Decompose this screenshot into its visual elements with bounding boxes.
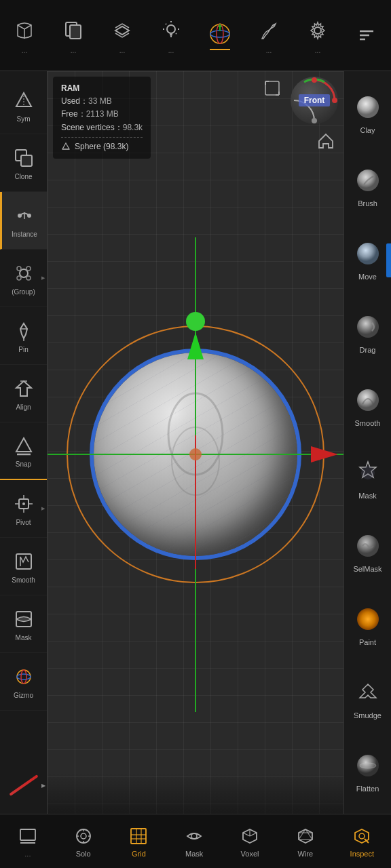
- sidebar-item-pivot[interactable]: Pivot: [0, 480, 48, 538]
- voxel-icon: [239, 825, 261, 847]
- home-button[interactable]: [314, 129, 338, 153]
- paint-icon: [353, 604, 383, 634]
- sidebar-item-clone[interactable]: Clone: [0, 134, 48, 192]
- scene-vertices: Scene vertices：98.3k: [61, 121, 143, 134]
- group-icon: [12, 261, 36, 285]
- pen-line: [9, 774, 38, 796]
- sidebar-item-drag[interactable]: Drag: [344, 296, 392, 370]
- lights-icon: [157, 17, 185, 44]
- bottom-grid-button[interactable]: Grid: [122, 825, 155, 858]
- drag-icon: [353, 312, 383, 342]
- svg-line-16: [273, 25, 274, 26]
- gizmo-right-arrow[interactable]: [311, 446, 338, 462]
- smooth-right-icon: [353, 385, 383, 415]
- sidebar-item-instance[interactable]: Instance: [0, 192, 48, 250]
- resize-handle[interactable]: [262, 78, 282, 98]
- menu-icon: [11, 17, 38, 44]
- svg-point-75: [81, 833, 86, 839]
- toolbar-settings-button[interactable]: ...: [304, 17, 331, 54]
- gizmo-up-arrow[interactable]: [187, 332, 204, 359]
- wire-icon: [295, 825, 316, 847]
- bottom-menu-button[interactable]: ...: [12, 825, 44, 858]
- toolbar-gizmo3d-button[interactable]: [206, 20, 234, 50]
- gizmo-icon: [12, 665, 36, 689]
- svg-point-9: [170, 33, 172, 36]
- svg-point-17: [314, 27, 321, 34]
- sidebar-item-smooth-right[interactable]: Smooth: [344, 370, 392, 443]
- svg-line-7: [166, 24, 166, 24]
- mask-right-icon: [353, 458, 383, 488]
- bottom-wire-button[interactable]: Wire: [289, 825, 322, 858]
- svg-point-67: [312, 77, 317, 83]
- layers-icon: [109, 17, 136, 44]
- svg-rect-62: [265, 81, 279, 95]
- sidebar-item-mask[interactable]: Mask: [0, 595, 48, 653]
- sidebar-item-smooth[interactable]: Smooth: [0, 538, 48, 595]
- sidebar-item-clay[interactable]: Clay: [344, 77, 392, 150]
- svg-point-54: [357, 389, 379, 411]
- sidebar-item-move[interactable]: Move: [344, 223, 392, 296]
- bottom-inspect-button[interactable]: Inspect: [345, 825, 379, 858]
- align-icon: [12, 376, 36, 401]
- sidebar-item-brush[interactable]: Brush: [344, 150, 392, 223]
- bottom-menu-icon: [17, 825, 39, 847]
- toolbar-layers-button[interactable]: ...: [109, 17, 136, 54]
- instance-icon: [12, 203, 37, 228]
- bottom-voxel-button[interactable]: Voxel: [234, 825, 266, 858]
- brush-icon: [353, 165, 383, 195]
- svg-point-93: [359, 833, 365, 839]
- sidebar-item-group[interactable]: (Group): [0, 250, 48, 307]
- toolbar-files-button[interactable]: ...: [60, 17, 87, 54]
- svg-point-48: [17, 674, 31, 679]
- toolbar-menu-button[interactable]: ...: [11, 17, 38, 54]
- pen-arrow: ▶: [41, 782, 45, 788]
- move-active-indicator: [386, 243, 392, 277]
- sidebar-item-pin[interactable]: Pin: [0, 307, 48, 365]
- view-cube[interactable]: Front: [291, 77, 338, 124]
- sidebar-item-sym[interactable]: Sym: [0, 77, 48, 134]
- bottom-mask-button[interactable]: Mask: [178, 825, 210, 858]
- svg-point-57: [357, 608, 379, 630]
- toolbar-brush-button[interactable]: ...: [255, 17, 282, 54]
- clone-icon: [12, 146, 36, 170]
- sidebar-item-selmask[interactable]: SelMask: [344, 515, 392, 589]
- gizmo-top-handle[interactable]: [186, 312, 205, 331]
- sidebar-item-paint[interactable]: Paint: [344, 589, 392, 662]
- gizmo3d-icon: [206, 20, 234, 47]
- svg-point-44: [22, 502, 25, 505]
- eye-icon: [183, 825, 205, 847]
- selmask-icon: [353, 531, 383, 561]
- grid-bottom-icon: [128, 825, 149, 847]
- svg-rect-80: [131, 829, 146, 844]
- pivot-icon: [12, 492, 36, 516]
- mesh-row: Sphere (98.3k): [61, 140, 143, 153]
- inspect-icon: [351, 825, 373, 847]
- ram-label: RAM: [61, 82, 143, 95]
- sidebar-item-gizmo[interactable]: Gizmo: [0, 653, 48, 711]
- svg-line-8: [176, 33, 176, 34]
- sidebar-item-smudge[interactable]: Smudge: [344, 662, 392, 735]
- sidebar-item-mask-right[interactable]: Mask: [344, 443, 392, 516]
- pen-indicator[interactable]: ▶: [0, 756, 48, 814]
- sidebar-item-align[interactable]: Align: [0, 365, 48, 422]
- gizmo-center-handle[interactable]: [189, 448, 202, 460]
- svg-point-29: [17, 267, 21, 271]
- toolbar-extra-button[interactable]: [353, 22, 380, 49]
- right-sidebar: Clay Brush: [343, 71, 391, 814]
- svg-marker-35: [16, 381, 31, 396]
- sphere-scene: [80, 339, 311, 570]
- view-cube-sphere: Front: [291, 77, 338, 124]
- smooth-icon: [12, 549, 36, 574]
- toolbar-lights-button[interactable]: ...: [157, 17, 185, 54]
- left-mask-icon: [12, 607, 36, 631]
- sidebar-item-flatten[interactable]: Flatten: [344, 735, 392, 808]
- snap-icon: [12, 433, 36, 458]
- sidebar-item-snap[interactable]: Snap: [0, 422, 48, 480]
- svg-point-49: [21, 670, 26, 684]
- svg-point-68: [332, 98, 337, 103]
- files-icon: [60, 17, 87, 44]
- bottom-solo-button[interactable]: Solo: [67, 825, 100, 858]
- top-toolbar: ... ... ...: [0, 0, 391, 71]
- clay-icon: [353, 92, 383, 122]
- canvas-area[interactable]: RAM Used：33 MB Free：2113 MB Scene vertic…: [48, 71, 343, 814]
